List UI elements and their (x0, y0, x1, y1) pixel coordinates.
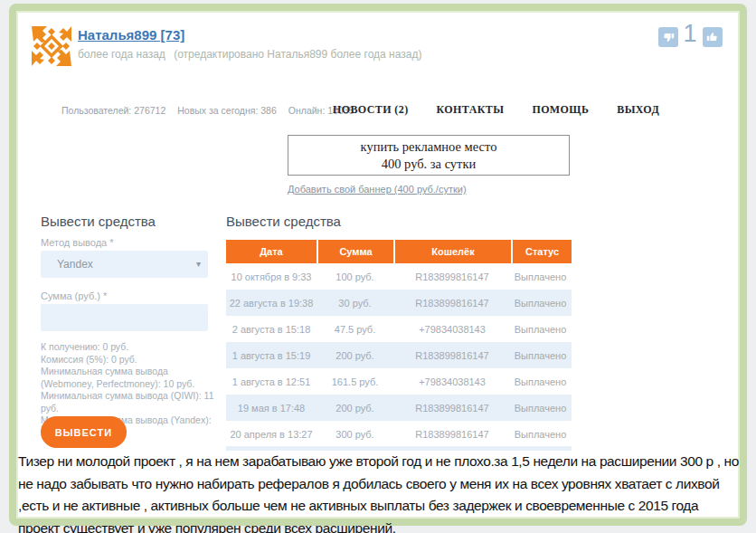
cell-amount: 47.5 руб. (317, 324, 393, 335)
table-row: 1 августа в 12:51 161.5 руб. +7983403814… (226, 368, 572, 395)
cell-status: Выплачено (511, 350, 570, 361)
site-nav: НОВОСТИ (2) КОНТАКТЫ ПОМОЩЬ ВЫХОД (333, 103, 659, 117)
col-header-wallet: Кошелёк (395, 240, 511, 263)
table-row: 2 августа в 15:18 47.5 руб. +79834038143… (226, 316, 572, 342)
stat-new-today: Новых за сегодня: 386 (177, 105, 277, 116)
info-receivable: К получению: 0 руб. (41, 341, 216, 354)
cell-wallet: R183899816147 (393, 298, 511, 309)
vote-up-button[interactable] (703, 27, 723, 47)
cell-status: Выплачено (511, 324, 570, 335)
chevron-down-icon: ▾ (196, 251, 201, 278)
cell-status: Выплачено (511, 298, 570, 309)
cell-date: 10 октября в 9:33 (226, 271, 317, 282)
withdraw-table-title: Вывести средства (226, 214, 341, 229)
cell-wallet: +79834038143 (393, 376, 511, 387)
post-time: более года назад (78, 48, 165, 61)
info-min-qiwi: Минимальная сумма вывода (QIWI): 11 руб. (41, 390, 216, 414)
cell-date: 1 августа в 15:19 (226, 350, 317, 361)
thumbs-down-icon (662, 31, 675, 43)
stat-users: Пользователей: 276712 (61, 105, 165, 116)
cell-amount: 200 руб. (317, 403, 393, 414)
cell-status: Выплачено (511, 376, 570, 387)
withdraw-button[interactable]: ВЫВЕСТИ (41, 416, 127, 448)
col-header-amount: Сумма (318, 240, 393, 263)
amount-input[interactable] (41, 304, 208, 331)
nav-item-exit[interactable]: ВЫХОД (617, 103, 659, 117)
cell-status: Выплачено (511, 429, 570, 440)
cell-status: Выплачено (511, 403, 570, 414)
cell-date: 1 августа в 12:51 (226, 376, 317, 387)
cell-date: 19 мая в 17:48 (226, 403, 317, 414)
post-page: Наталья899 [73] более года назад (отреда… (0, 0, 756, 533)
method-selected-value: Yandex (57, 258, 93, 271)
withdraw-form-title: Вывести средства (41, 214, 156, 229)
cell-amount: 30 руб. (317, 298, 393, 309)
table-row: 22 августа в 19:38 30 руб. R183899816147… (226, 290, 572, 316)
vote-down-button[interactable] (658, 27, 678, 47)
nav-item-help[interactable]: ПОМОЩЬ (532, 103, 589, 117)
nav-item-news[interactable]: НОВОСТИ (2) (333, 103, 409, 117)
post-meta: более года назад (отредактировано Наталь… (78, 48, 427, 61)
info-commission: Комиссия (5%): 0 руб. (41, 354, 216, 366)
cell-amount: 161.5 руб. (317, 376, 393, 387)
method-select[interactable]: Yandex ▾ (41, 251, 208, 278)
ad-banner-line2: 400 руб. за сутки (288, 156, 569, 173)
table-header-row: Дата Сумма Кошелёк Статус (226, 240, 572, 263)
cell-wallet: R183899816147 (393, 350, 511, 361)
ad-banner-box[interactable]: купить рекламное место 400 руб. за сутки (288, 135, 570, 176)
table-row: 10 октября в 9:33 100 руб. R183899816147… (226, 263, 572, 290)
cell-amount: 200 руб. (317, 350, 393, 361)
table-row: 1 августа в 15:19 200 руб. R183899816147… (226, 342, 572, 368)
withdraw-table: Дата Сумма Кошелёк Статус 10 октября в 9… (226, 240, 572, 447)
site-stats: Пользователей: 276712 Новых за сегодня: … (61, 105, 354, 116)
cell-wallet: +79834038143 (393, 324, 511, 335)
col-header-date: Дата (226, 240, 317, 263)
info-min-webmoney: Минимальная сумма вывода (Webmoney, Perf… (41, 366, 216, 390)
author-link[interactable]: Наталья899 [73] (78, 27, 184, 43)
ad-banner-line1: купить рекламное место (288, 138, 569, 156)
thumbs-up-icon (706, 31, 719, 43)
vote-count: 1 (678, 20, 702, 48)
cell-amount: 300 руб. (317, 429, 393, 440)
method-label: Метод вывода * (41, 237, 114, 248)
cell-date: 22 августа в 19:38 (226, 298, 317, 309)
table-row: 19 мая в 17:48 200 руб. R183899816147 Вы… (226, 395, 572, 421)
cell-date: 20 апреля в 13:27 (226, 429, 317, 440)
avatar[interactable] (31, 25, 72, 67)
add-banner-link[interactable]: Добавить свой баннер (400 руб./сутки) (288, 184, 467, 195)
col-header-status: Статус (513, 240, 572, 263)
cell-wallet: R183899816147 (393, 429, 511, 440)
cell-date: 2 августа в 15:18 (226, 324, 317, 335)
cell-wallet: R183899816147 (393, 271, 511, 282)
cell-amount: 100 руб. (317, 271, 393, 282)
cell-wallet: R183899816147 (393, 403, 511, 414)
cell-status: Выплачено (511, 271, 570, 282)
amount-label: Сумма (руб.) * (41, 290, 107, 301)
post-edited-note: (отредактировано Наталья899 более года н… (174, 48, 421, 61)
review-text: Тизер ни молодой проект , я на нем зараб… (18, 451, 742, 533)
nav-item-contacts[interactable]: КОНТАКТЫ (437, 103, 505, 117)
table-row: 20 апреля в 13:27 300 руб. R183899816147… (226, 421, 572, 447)
